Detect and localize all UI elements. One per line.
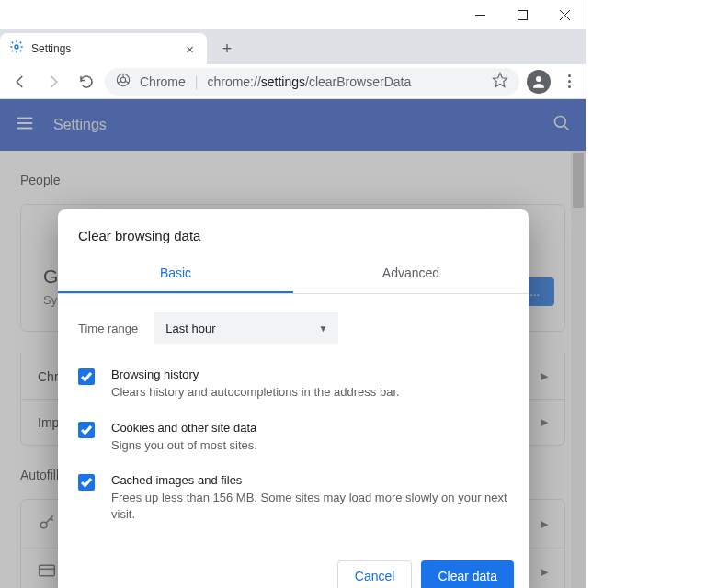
close-tab-icon[interactable]: × bbox=[182, 41, 198, 57]
page-viewport: Settings People Get Started Sync ... Chr… bbox=[0, 99, 586, 588]
option-desc: Frees up less than 156 MB. Some sites ma… bbox=[111, 490, 508, 522]
svg-line-9 bbox=[125, 81, 129, 83]
omnibox-label: Chrome bbox=[140, 74, 186, 89]
time-range-value: Last hour bbox=[165, 322, 215, 335]
option-title: Browsing history bbox=[111, 368, 400, 381]
time-range-label: Time range bbox=[78, 322, 138, 335]
svg-line-8 bbox=[118, 81, 121, 83]
time-range-select[interactable]: Last hour ▼ bbox=[154, 312, 338, 344]
option-cookies: Cookies and other site data Signs you ou… bbox=[78, 421, 508, 454]
menu-button[interactable] bbox=[558, 74, 580, 88]
svg-point-11 bbox=[536, 76, 541, 82]
forward-button[interactable] bbox=[39, 67, 68, 96]
minimize-button[interactable] bbox=[459, 0, 501, 29]
gear-icon bbox=[9, 40, 24, 58]
svg-marker-10 bbox=[494, 74, 507, 87]
svg-point-6 bbox=[120, 77, 125, 82]
option-browsing-history: Browsing history Clears history and auto… bbox=[78, 368, 508, 401]
tab-basic[interactable]: Basic bbox=[58, 256, 293, 293]
toolbar: Chrome | chrome://settings/clearBrowserD… bbox=[0, 64, 586, 99]
omnibox-url: chrome://settings/clearBrowserData bbox=[207, 74, 483, 89]
option-title: Cached images and files bbox=[111, 473, 508, 487]
dialog-body: Time range Last hour ▼ Browsing history … bbox=[58, 294, 529, 549]
close-window-button[interactable] bbox=[543, 0, 586, 29]
svg-rect-1 bbox=[518, 10, 527, 19]
checkbox-cookies[interactable] bbox=[78, 422, 95, 438]
time-range-row: Time range Last hour ▼ bbox=[78, 312, 508, 344]
omnibox[interactable]: Chrome | chrome://settings/clearBrowserD… bbox=[105, 68, 519, 96]
browser-tab[interactable]: Settings × bbox=[0, 33, 207, 64]
chrome-icon bbox=[116, 73, 131, 90]
checkbox-browsing-history[interactable] bbox=[78, 368, 95, 385]
option-desc: Signs you out of most sites. bbox=[111, 437, 257, 454]
tab-title: Settings bbox=[31, 42, 175, 55]
option-title: Cookies and other site data bbox=[111, 421, 257, 435]
chevron-down-icon: ▼ bbox=[318, 323, 327, 334]
dialog-title: Clear browsing data bbox=[58, 209, 529, 256]
new-tab-button[interactable]: + bbox=[214, 36, 240, 62]
checkbox-cache[interactable] bbox=[78, 474, 95, 491]
dialog-tabs: Basic Advanced bbox=[58, 256, 529, 294]
option-desc: Clears history and autocompletions in th… bbox=[111, 384, 400, 401]
clear-browsing-data-dialog: Clear browsing data Basic Advanced Time … bbox=[58, 209, 529, 588]
cancel-button[interactable]: Cancel bbox=[337, 560, 413, 588]
dialog-actions: Cancel Clear data bbox=[58, 549, 529, 588]
maximize-button[interactable] bbox=[501, 0, 543, 29]
star-icon[interactable] bbox=[492, 72, 508, 91]
option-cache: Cached images and files Frees up less th… bbox=[78, 473, 508, 522]
tab-strip: Settings × + bbox=[0, 29, 586, 64]
tab-advanced[interactable]: Advanced bbox=[293, 256, 529, 293]
window-controls bbox=[0, 0, 586, 29]
reload-button[interactable] bbox=[72, 67, 101, 96]
profile-avatar[interactable] bbox=[527, 70, 551, 94]
clear-data-button[interactable]: Clear data bbox=[421, 560, 514, 588]
back-button[interactable] bbox=[6, 67, 35, 96]
svg-point-4 bbox=[15, 45, 18, 49]
browser-window: Settings × + Chrome | chrome://settings/… bbox=[0, 0, 586, 588]
